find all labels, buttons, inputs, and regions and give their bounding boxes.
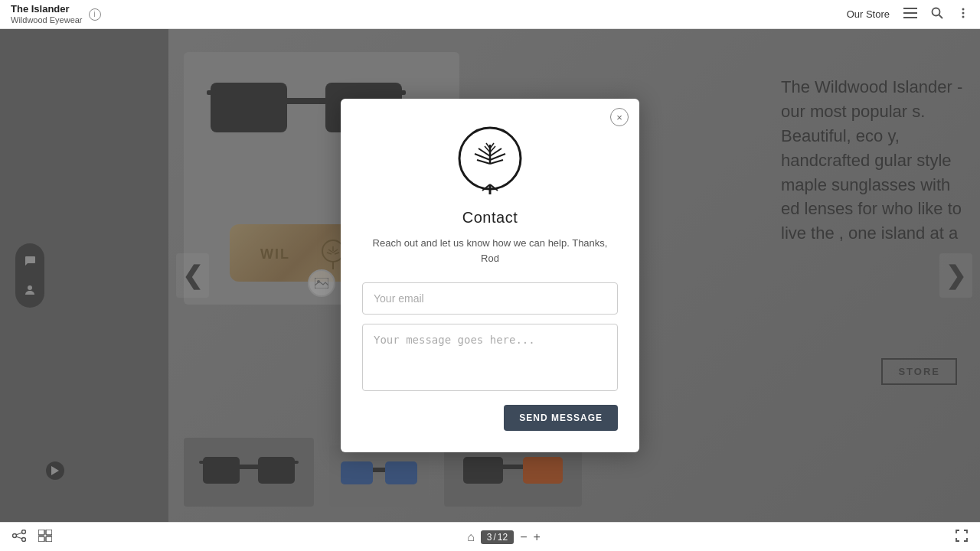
search-icon[interactable]: [931, 7, 943, 21]
svg-point-52: [22, 537, 26, 541]
top-bar-right: Our Store: [847, 7, 969, 21]
svg-rect-0: [903, 8, 917, 9]
bottom-bar-center: ⌂ 3 / 12 − +: [467, 530, 541, 544]
send-message-button[interactable]: SEND MESSAGE: [504, 405, 618, 431]
fullscreen-icon[interactable]: [956, 530, 968, 545]
svg-rect-58: [38, 536, 44, 542]
top-bar-left: The Islander Wildwood Eyewear i: [11, 3, 101, 25]
page-indicator: 3 / 12: [481, 530, 514, 544]
home-icon[interactable]: ⌂: [467, 530, 475, 544]
svg-point-51: [22, 530, 26, 533]
page-current: 3: [487, 532, 492, 543]
svg-line-4: [939, 15, 943, 19]
store-link[interactable]: Our Store: [847, 8, 890, 20]
app-title-main: The Islander: [11, 3, 83, 15]
app-title: The Islander Wildwood Eyewear: [11, 3, 83, 25]
top-bar: The Islander Wildwood Eyewear i Our Stor…: [0, 0, 980, 29]
app-title-sub: Wildwood Eyewear: [11, 15, 83, 25]
modal-title: Contact: [362, 209, 618, 227]
main-area: WIL The Wildwood Islander - our most pop…: [0, 29, 980, 522]
contact-modal: ×: [341, 99, 639, 452]
list-icon[interactable]: [903, 8, 917, 21]
svg-rect-57: [46, 530, 52, 535]
bottom-bar-right: [956, 530, 968, 545]
layout-icon[interactable]: [38, 530, 52, 545]
modal-close-button[interactable]: ×: [610, 108, 629, 126]
svg-point-6: [962, 12, 965, 15]
svg-point-5: [962, 8, 965, 11]
svg-point-7: [962, 16, 965, 18]
modal-logo: [362, 122, 618, 198]
info-icon[interactable]: i: [89, 8, 101, 21]
svg-rect-1: [903, 12, 917, 14]
more-icon[interactable]: [957, 7, 969, 21]
message-textarea[interactable]: [362, 324, 618, 391]
modal-subtitle: Reach out and let us know how we can hel…: [362, 236, 618, 266]
zoom-out-icon[interactable]: −: [520, 530, 527, 544]
svg-rect-59: [46, 536, 52, 542]
svg-line-43: [477, 160, 490, 164]
bottom-bar: ⌂ 3 / 12 − +: [0, 522, 980, 551]
svg-line-54: [16, 533, 21, 535]
bottom-bar-left: [12, 530, 52, 545]
svg-rect-2: [903, 17, 917, 18]
zoom-in-icon[interactable]: +: [534, 530, 541, 544]
svg-rect-56: [38, 530, 44, 535]
share-icon[interactable]: [12, 530, 26, 545]
svg-line-44: [490, 160, 503, 164]
svg-point-3: [933, 8, 940, 16]
email-input[interactable]: [362, 282, 618, 315]
page-total: 12: [498, 532, 508, 543]
svg-line-55: [16, 536, 21, 539]
svg-point-53: [13, 533, 17, 537]
